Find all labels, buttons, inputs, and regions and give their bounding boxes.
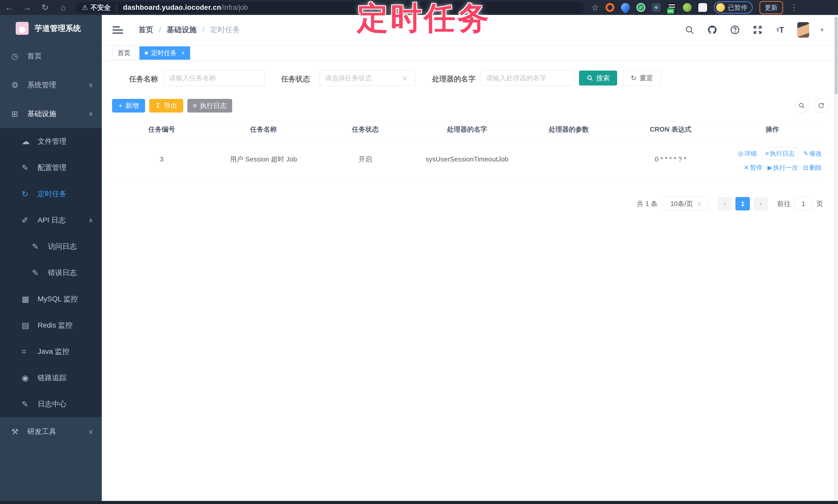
github-icon[interactable] xyxy=(706,24,718,36)
extension-switch-icon[interactable]: on xyxy=(667,3,676,12)
sidebar-item-system[interactable]: ⚙ 系统管理 ∨ xyxy=(0,71,102,100)
extension-on-badge: on xyxy=(666,8,675,14)
browser-menu-icon[interactable]: ⋮ xyxy=(790,3,798,12)
sidebar-item-infrastructure[interactable]: ⊞ 基础设施 ∧ xyxy=(0,100,102,128)
job-name-input[interactable] xyxy=(164,70,265,86)
add-button[interactable]: + 新增 xyxy=(112,99,145,112)
browser-profile-chip[interactable]: 已暂停 xyxy=(714,1,753,14)
scrollbar-thumb[interactable] xyxy=(835,17,837,94)
browser-back-icon[interactable]: ← xyxy=(0,3,18,12)
security-warning-icon[interactable]: ⚠ xyxy=(82,4,88,12)
page-unit-label: 页 xyxy=(816,199,823,208)
sidebar-item-error-log[interactable]: ✎ 错误日志 xyxy=(0,259,102,286)
address-separator: │ xyxy=(115,4,119,12)
app-logo-row[interactable]: 芋道管理系统 xyxy=(0,15,102,42)
tab-bar: 首页 定时任务 × xyxy=(102,45,834,61)
next-page-button[interactable]: › xyxy=(753,197,768,211)
breadcrumb-infrastructure[interactable]: 基础设施 xyxy=(167,25,197,35)
page-1-button[interactable]: 1 xyxy=(735,197,750,211)
sidebar-item-home[interactable]: ◷ 首页 xyxy=(0,42,102,71)
show-search-circle-button[interactable] xyxy=(795,98,809,113)
cell-actions: ◎详细 ≡执行日志 ✎修改 ✕暂停 ▶执行一次 xyxy=(721,147,823,172)
sidebar-item-label: 定时任务 xyxy=(38,189,93,199)
help-icon[interactable] xyxy=(729,24,740,36)
list-icon: ≡ xyxy=(765,150,769,157)
page-scrollbar[interactable] xyxy=(834,15,838,504)
address-bar[interactable]: ⚠ 不安全 │ dashboard.yudao.iocoder.cn /infr… xyxy=(76,2,585,13)
detail-link-label: 详细 xyxy=(745,149,757,158)
sidebar-item-label: 文件管理 xyxy=(38,137,93,146)
search-button-label: 搜索 xyxy=(596,74,610,83)
fullscreen-icon[interactable] xyxy=(752,24,763,36)
search-icon[interactable] xyxy=(684,24,695,36)
handler-name-input[interactable] xyxy=(481,70,574,86)
extension-grid-icon[interactable]: ❖ xyxy=(652,3,661,12)
job-status-select[interactable] xyxy=(319,70,415,86)
search-button[interactable]: 搜索 xyxy=(579,71,617,86)
timer-icon: ↻ xyxy=(22,189,38,199)
trash-icon: ⊟ xyxy=(803,164,808,171)
plus-icon: + xyxy=(118,102,122,110)
browser-reload-icon[interactable]: ↻ xyxy=(36,3,54,12)
sidebar-item-scheduled-job[interactable]: ↻ 定时任务 xyxy=(0,181,102,207)
extension-leaf-icon[interactable] xyxy=(683,3,692,12)
breadcrumb-home[interactable]: 首页 xyxy=(138,25,153,35)
header-actions: тT ▾ xyxy=(684,22,824,38)
prev-page-button[interactable]: ‹ xyxy=(717,197,732,211)
detail-link[interactable]: ◎详细 xyxy=(738,149,757,158)
pencil-icon: ✎ xyxy=(803,150,808,157)
col-job-id: 任务编号 xyxy=(111,125,213,134)
main-content: 任务名称 任务状态 ∨ 处理器的名字 搜索 ↻ 重置 + 新增 ↧ 导出 ≡ 执… xyxy=(102,61,834,501)
sidebar-item-java-monitor[interactable]: ⌗ Java 监控 xyxy=(0,338,102,365)
edit-link[interactable]: ✎修改 xyxy=(803,149,822,158)
browser-extensions-area: ☆ ✓ ❖ on 已暂停 更新 ⋮ xyxy=(591,1,802,14)
goto-page-input[interactable] xyxy=(794,197,813,211)
delete-link[interactable]: ⊟删除 xyxy=(803,164,822,172)
close-icon[interactable]: × xyxy=(181,50,185,56)
log-icon: ✎ xyxy=(32,242,48,251)
export-button[interactable]: ↧ 导出 xyxy=(149,99,183,112)
extension-orange-icon[interactable] xyxy=(606,3,614,12)
row-execution-log-link[interactable]: ≡执行日志 xyxy=(762,147,798,160)
sidebar-item-dev-tools[interactable]: ⚒ 研发工具 ∨ xyxy=(0,417,102,446)
sidebar-item-api-log[interactable]: ✐ API 日志 ∧ xyxy=(0,207,102,233)
user-menu-caret-icon[interactable]: ▾ xyxy=(820,26,824,34)
cell-handler-name: sysUserSessionTimeoutJob xyxy=(416,154,518,165)
browser-home-icon[interactable]: ⌂ xyxy=(54,3,72,12)
extension-pin-icon[interactable] xyxy=(619,1,632,14)
bookmark-star-icon[interactable]: ☆ xyxy=(591,3,599,12)
sidebar-item-config-manage[interactable]: ✎ 配置管理 xyxy=(0,155,102,181)
collapse-sidebar-icon[interactable] xyxy=(112,24,123,36)
sidebar-item-trace[interactable]: ◉ 链路追踪 xyxy=(0,365,102,391)
sidebar-item-redis-monitor[interactable]: ▤ Redis 监控 xyxy=(0,312,102,338)
job-table: 任务编号 任务名称 任务状态 处理器的名字 处理器的参数 CRON 表达式 操作… xyxy=(111,121,823,181)
database-icon: ▦ xyxy=(22,294,38,304)
user-avatar[interactable] xyxy=(797,22,809,38)
sidebar-item-label: MySQL 监控 xyxy=(38,294,93,304)
sidebar-item-mysql-monitor[interactable]: ▦ MySQL 监控 xyxy=(0,286,102,312)
log-icon: ✎ xyxy=(32,268,48,277)
browser-update-button[interactable]: 更新 xyxy=(760,1,783,14)
execution-log-button[interactable]: ≡ 执行日志 xyxy=(187,99,232,112)
pause-link[interactable]: ✕暂停 xyxy=(744,164,762,172)
tab-home[interactable]: 首页 xyxy=(112,46,136,60)
reset-button[interactable]: ↻ 重置 xyxy=(623,71,661,86)
run-once-link[interactable]: ▶执行一次 xyxy=(767,164,798,172)
col-job-status: 任务状态 xyxy=(314,125,416,134)
sidebar-item-log-center[interactable]: ✎ 日志中心 xyxy=(0,391,102,417)
browser-forward-icon[interactable]: → xyxy=(18,3,36,12)
sidebar-item-file-manage[interactable]: ☁ 文件管理 xyxy=(0,128,102,155)
refresh-circle-button[interactable] xyxy=(814,98,828,113)
extension-green-check-icon[interactable]: ✓ xyxy=(636,3,645,12)
extensions-puzzle-icon[interactable] xyxy=(698,3,707,12)
tab-scheduled-job[interactable]: 定时任务 × xyxy=(139,46,190,60)
col-handler-param: 处理器的参数 xyxy=(518,125,620,134)
page-size-select[interactable]: 10条/页 ∨ xyxy=(664,197,708,211)
logo-image xyxy=(15,22,29,35)
sidebar-item-access-log[interactable]: ✎ 访问日志 xyxy=(0,233,102,259)
font-size-icon[interactable]: тT xyxy=(774,24,786,36)
sidebar-item-label: 错误日志 xyxy=(48,268,93,277)
sidebar-item-label: 基础设施 xyxy=(27,109,88,119)
eye-icon: ◎ xyxy=(738,150,744,157)
refresh-icon: ↻ xyxy=(631,74,636,82)
